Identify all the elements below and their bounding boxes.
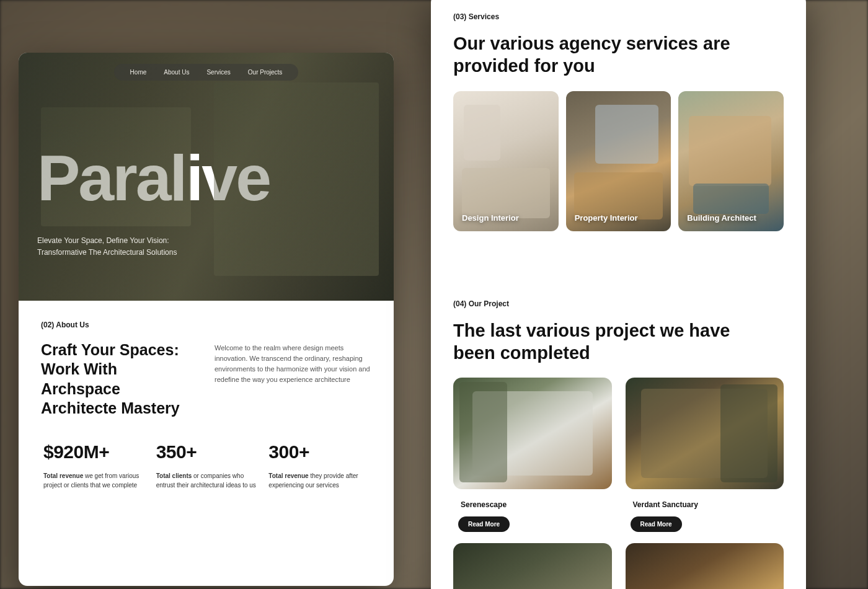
project-thumb[interactable] (626, 543, 784, 589)
projects-heading: The last various project we have been co… (453, 319, 757, 365)
service-card-building-architect[interactable]: Building Architect (678, 91, 784, 231)
stat-desc: Total clients or companies who entrust t… (156, 471, 257, 490)
projects-eyebrow: (04) Our Project (453, 299, 784, 308)
service-title: Property Interior (575, 213, 638, 223)
project-name: Verdant Sanctuary (633, 500, 784, 509)
project-card-serenescape: Serenescape Read More (453, 378, 612, 589)
about-heading: Craft Your Spaces: Work With Archspace A… (41, 340, 190, 418)
stat-value: 350+ (156, 441, 257, 463)
tagline-line-1: Elevate Your Space, Define Your Vision: (37, 235, 223, 247)
landing-detail-panel: (03) Services Our various agency service… (431, 0, 806, 589)
tagline-line-2: Transformative The Architectural Solutio… (37, 247, 223, 259)
stat-desc: Total revenue they provide after experie… (268, 471, 369, 490)
project-thumb[interactable] (453, 543, 612, 589)
stat-reviews: 300+ Total revenue they provide after ex… (268, 441, 369, 490)
about-section: (02) About Us Craft Your Spaces: Work Wi… (19, 301, 394, 502)
nav: Home About Us Services Our Projects (37, 64, 375, 81)
stat-revenue: $920M+ Total revenue we get from various… (43, 441, 144, 490)
nav-about[interactable]: About Us (164, 69, 189, 76)
nav-projects[interactable]: Our Projects (248, 69, 283, 76)
hero: Home About Us Services Our Projects Para… (19, 53, 394, 301)
service-title: Building Architect (687, 213, 756, 223)
stat-value: 300+ (268, 441, 369, 463)
project-card-verdant-sanctuary: Verdant Sanctuary Read More (626, 378, 784, 589)
service-card-property-interior[interactable]: Property Interior (566, 91, 671, 231)
read-more-button[interactable]: Read More (631, 516, 682, 532)
nav-home[interactable]: Home (130, 69, 147, 76)
read-more-button[interactable]: Read More (458, 516, 510, 532)
project-image[interactable] (453, 378, 612, 489)
stat-value: $920M+ (43, 441, 144, 463)
stat-clients: 350+ Total clients or companies who entr… (156, 441, 257, 490)
projects-section: (04) Our Project The last various projec… (431, 244, 806, 590)
stats-row: $920M+ Total revenue we get from various… (41, 441, 371, 490)
services-section: (03) Services Our various agency service… (431, 0, 806, 244)
services-eyebrow: (03) Services (453, 12, 784, 21)
stat-desc: Total revenue we get from various projec… (43, 471, 144, 490)
project-image[interactable] (626, 378, 784, 489)
hero-tagline: Elevate Your Space, Define Your Vision: … (37, 235, 223, 259)
nav-services[interactable]: Services (206, 69, 230, 76)
about-lead: Welcome to the realm where design meets … (215, 340, 371, 385)
services-heading: Our various agency services are provided… (453, 32, 757, 78)
about-eyebrow: (02) About Us (41, 321, 371, 329)
project-name: Serenescape (461, 500, 612, 509)
service-card-design-interior[interactable]: Design Interior (453, 91, 559, 231)
service-title: Design Interior (462, 213, 519, 223)
landing-hero-panel: Home About Us Services Our Projects Para… (19, 53, 394, 586)
